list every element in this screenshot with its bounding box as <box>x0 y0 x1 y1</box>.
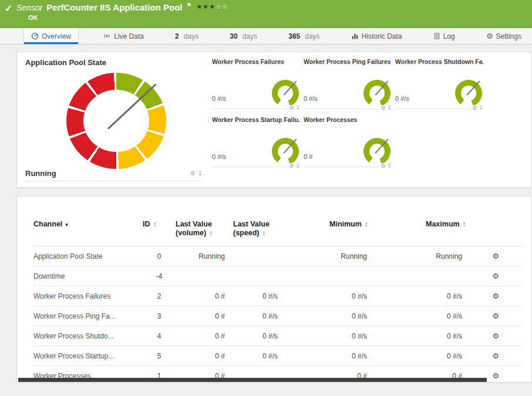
channel-name[interactable]: Worker Process Failures <box>33 286 143 306</box>
gauge-worker-processes: Worker Processes 0 # ⚙↧ <box>304 116 392 167</box>
tab-settings-label: Settings <box>496 32 521 40</box>
column-header-maximum[interactable]: Maximum▲▼ <box>380 219 469 246</box>
sort-icon: ▲▼ <box>365 222 368 228</box>
last-value-speed: 0 #/s <box>233 346 287 366</box>
pin-icon[interactable]: ↧ <box>198 170 203 177</box>
tab-settings[interactable]: ⚙ Settings <box>479 28 528 44</box>
tab-2-days[interactable]: 2 days <box>168 28 206 44</box>
object-kind-label: Sensor <box>16 3 42 12</box>
small-gauge-dial <box>272 80 299 107</box>
gauge-value: 0 # <box>304 153 312 160</box>
gear-icon[interactable]: ⚙ <box>381 105 385 111</box>
gauge-worker-process-startup-failures: Worker Process Startup Failu... 0 #/s ⚙↧ <box>212 116 300 167</box>
gauge-value: 0 #/s <box>212 153 226 160</box>
application-pool-state-gauge <box>66 73 166 169</box>
maximum-value: Running <box>380 246 469 266</box>
gauge-title: Worker Process Ping Failures <box>304 58 392 65</box>
pin-icon[interactable]: ↧ <box>295 105 300 111</box>
channel-name[interactable]: Worker Process Startup... <box>33 346 143 366</box>
gear-icon[interactable]: ⚙ <box>472 105 477 111</box>
page-title: PerfCounter IIS Application Pool <box>46 2 182 12</box>
main-gauge-section: Application Pool State Running ⚙ ↧ <box>25 58 203 181</box>
stars-empty[interactable]: ☆☆ <box>216 3 228 10</box>
footer-bar <box>18 378 487 382</box>
table-row: Worker Process Failures 2 0 # 0 #/s 0 #/… <box>33 286 522 306</box>
channel-settings-gear-icon[interactable]: ⚙ <box>469 266 522 286</box>
tab-2-days-unit: days <box>184 32 198 40</box>
sort-icon: ▲▼ <box>463 222 466 228</box>
table-row: Worker Process Startup... 5 0 # 0 #/s 0 … <box>33 346 522 366</box>
tab-historic-data[interactable]: Historic Data <box>344 28 409 44</box>
main-gauge-title: Application Pool State <box>25 58 203 67</box>
channels-table: Channel▾ ID▲▼ Last Value(volume)▲▼ Last … <box>33 219 522 383</box>
column-header-last-value-volume[interactable]: Last Value(volume)▲▼ <box>176 219 233 246</box>
channel-settings-gear-icon[interactable]: ⚙ <box>469 326 522 346</box>
status-check-icon: ✓ <box>5 3 12 14</box>
tab-live-data[interactable]: Live Data <box>96 28 151 44</box>
pin-icon[interactable]: ↧ <box>295 163 300 169</box>
channel-settings-gear-icon[interactable]: ⚙ <box>469 346 522 366</box>
channel-name[interactable]: Worker Process Ping Fa... <box>33 306 143 326</box>
column-header-channel[interactable]: Channel▾ <box>33 219 143 246</box>
channel-id: 0 <box>143 246 176 266</box>
channel-id: 3 <box>143 306 176 326</box>
column-header-id[interactable]: ID▲▼ <box>143 219 176 246</box>
channel-id: -4 <box>143 266 176 286</box>
tab-30-days-unit: days <box>243 32 257 40</box>
gauge-title: Worker Process Shutdown Fa... <box>395 58 483 65</box>
gauge-needle <box>375 81 389 96</box>
chevron-down-icon: ▾ <box>65 222 68 228</box>
tab-365-days-unit: days <box>305 32 319 40</box>
small-gauge-dial <box>363 138 390 165</box>
tab-overview[interactable]: Overview <box>23 28 79 44</box>
table-row: Worker Process Shutdo... 4 0 # 0 #/s 0 #… <box>33 326 522 346</box>
tab-log[interactable]: Log <box>426 28 462 44</box>
column-header-last-value-speed[interactable]: Last Value(speed)▲▼ <box>233 219 287 246</box>
sensor-header: ✓ Sensor PerfCounter IIS Application Poo… <box>0 0 532 28</box>
tab-30-days[interactable]: 30 days <box>223 28 264 44</box>
gauge-worker-process-failures: Worker Process Failures 0 #/s ⚙↧ <box>212 58 300 109</box>
tab-30-days-number: 30 <box>230 32 237 40</box>
gear-icon[interactable]: ⚙ <box>289 163 294 169</box>
channel-settings-gear-icon[interactable]: ⚙ <box>469 286 522 306</box>
channels-table-panel: Channel▾ ID▲▼ Last Value(volume)▲▼ Last … <box>16 196 532 383</box>
channel-settings-gear-icon[interactable]: ⚙ <box>469 246 522 266</box>
channel-name[interactable]: Downtime <box>33 266 143 286</box>
last-value-volume: 0 # <box>176 346 233 366</box>
minimum-value <box>287 266 380 286</box>
last-value-volume: 0 # <box>176 326 233 346</box>
column-header-minimum[interactable]: Minimum▲▼ <box>287 219 380 246</box>
stars-filled[interactable]: ★★★ <box>196 3 216 10</box>
small-gauge-dial <box>272 138 299 165</box>
status-badge: OK <box>28 14 532 21</box>
last-value-speed: 0 #/s <box>233 326 287 346</box>
gear-icon[interactable]: ⚙ <box>381 163 385 169</box>
minimum-value: 0 #/s <box>287 326 380 346</box>
gear-icon[interactable]: ⚙ <box>289 105 294 111</box>
overview-panel: Application Pool State Running ⚙ ↧ Worke… <box>16 52 532 188</box>
pin-icon[interactable]: ↧ <box>387 105 392 111</box>
channel-name[interactable]: Application Pool State <box>33 246 143 266</box>
channel-settings-gear-icon[interactable]: ⚙ <box>469 306 522 326</box>
maximum-value: 0 #/s <box>380 286 469 306</box>
gear-icon[interactable]: ⚙ <box>190 170 196 177</box>
tab-2-days-number: 2 <box>175 32 179 40</box>
channel-name[interactable]: Worker Process Shutdo... <box>33 326 143 346</box>
priority-stars[interactable]: ★★★☆☆ <box>196 3 228 11</box>
small-gauges-grid: Worker Process Failures 0 #/s ⚙↧ Worker … <box>212 58 523 181</box>
gauge-worker-process-ping-failures: Worker Process Ping Failures 0 #/s ⚙↧ <box>304 58 392 109</box>
overview-icon <box>31 32 39 40</box>
maximum-value: 0 #/s <box>380 306 469 326</box>
tab-365-days[interactable]: 365 days <box>281 28 326 44</box>
pin-icon[interactable]: ↧ <box>387 163 392 169</box>
maximum-value: 0 #/s <box>380 346 469 366</box>
table-row: Downtime -4 ⚙ <box>33 266 522 286</box>
pin-icon[interactable]: ↧ <box>479 105 483 111</box>
tab-overview-label: Overview <box>42 32 71 40</box>
minimum-value: Running <box>287 246 380 266</box>
flag-icon[interactable]: ⚑ <box>186 2 191 8</box>
minimum-value: 0 #/s <box>287 306 380 326</box>
channel-id: 4 <box>143 326 176 346</box>
gauge-value: 0 #/s <box>304 95 318 102</box>
gauge-title: Worker Process Failures <box>212 58 300 65</box>
